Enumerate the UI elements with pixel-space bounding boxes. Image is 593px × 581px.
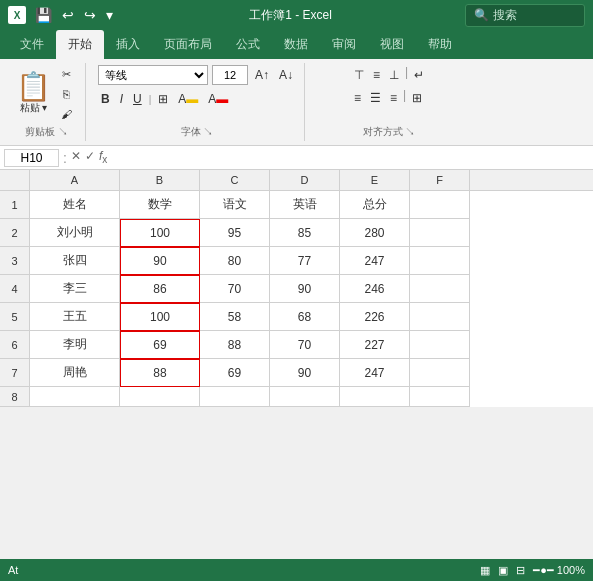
copy-button[interactable]: ⎘ xyxy=(55,85,77,103)
view-break-icon[interactable]: ⊟ xyxy=(516,564,525,577)
save-button[interactable]: 💾 xyxy=(32,7,55,23)
tab-file[interactable]: 文件 xyxy=(8,30,56,59)
italic-button[interactable]: I xyxy=(117,89,126,109)
merge-button[interactable]: ⊞ xyxy=(409,88,425,108)
cell-c7[interactable]: 69 xyxy=(200,359,270,387)
wrap-text-button[interactable]: ↵ xyxy=(411,65,427,85)
cell-c3[interactable]: 80 xyxy=(200,247,270,275)
cell-c8[interactable] xyxy=(200,387,270,407)
cell-b8[interactable] xyxy=(120,387,200,407)
cell-f3[interactable] xyxy=(410,247,470,275)
cell-b7[interactable]: 88 xyxy=(120,359,200,387)
align-bottom-button[interactable]: ⊥ xyxy=(386,65,402,85)
row-header-1[interactable]: 1 xyxy=(0,191,30,219)
cell-f7[interactable] xyxy=(410,359,470,387)
cell-b5[interactable]: 100 xyxy=(120,303,200,331)
tab-insert[interactable]: 插入 xyxy=(104,30,152,59)
cell-d5[interactable]: 68 xyxy=(270,303,340,331)
cell-e7[interactable]: 247 xyxy=(340,359,410,387)
font-size-input[interactable] xyxy=(212,65,248,85)
cell-a4[interactable]: 李三 xyxy=(30,275,120,303)
cell-e8[interactable] xyxy=(340,387,410,407)
view-normal-icon[interactable]: ▦ xyxy=(480,564,490,577)
tab-pagelayout[interactable]: 页面布局 xyxy=(152,30,224,59)
col-header-f[interactable]: F xyxy=(410,170,470,190)
fill-color-button[interactable]: A▬ xyxy=(175,89,201,109)
format-painter-button[interactable]: 🖌 xyxy=(55,105,77,123)
underline-button[interactable]: U xyxy=(130,89,145,109)
col-header-b[interactable]: B xyxy=(120,170,200,190)
cell-e2[interactable]: 280 xyxy=(340,219,410,247)
font-shrink-button[interactable]: A↓ xyxy=(276,65,296,85)
cell-b3[interactable]: 90 xyxy=(120,247,200,275)
cell-b6[interactable]: 69 xyxy=(120,331,200,359)
cell-f4[interactable] xyxy=(410,275,470,303)
cell-d4[interactable]: 90 xyxy=(270,275,340,303)
align-center-button[interactable]: ☰ xyxy=(367,88,384,108)
col-header-a[interactable]: A xyxy=(30,170,120,190)
view-layout-icon[interactable]: ▣ xyxy=(498,564,508,577)
tab-review[interactable]: 审阅 xyxy=(320,30,368,59)
font-name-select[interactable]: 等线 xyxy=(98,65,208,85)
tab-home[interactable]: 开始 xyxy=(56,30,104,59)
cell-d7[interactable]: 90 xyxy=(270,359,340,387)
row-header-7[interactable]: 7 xyxy=(0,359,30,387)
more-button[interactable]: ▾ xyxy=(103,7,116,23)
cell-a1[interactable]: 姓名 xyxy=(30,191,120,219)
insert-function-icon[interactable]: fx xyxy=(99,149,107,165)
row-header-2[interactable]: 2 xyxy=(0,219,30,247)
cell-e1[interactable]: 总分 xyxy=(340,191,410,219)
font-color-button[interactable]: A▬ xyxy=(205,89,231,109)
cell-d1[interactable]: 英语 xyxy=(270,191,340,219)
formula-input[interactable] xyxy=(111,151,589,165)
cell-c5[interactable]: 58 xyxy=(200,303,270,331)
cell-a5[interactable]: 王五 xyxy=(30,303,120,331)
font-grow-button[interactable]: A↑ xyxy=(252,65,272,85)
align-right-button[interactable]: ≡ xyxy=(387,88,400,108)
border-button[interactable]: ⊞ xyxy=(155,89,171,109)
cell-c6[interactable]: 88 xyxy=(200,331,270,359)
align-left-button[interactable]: ≡ xyxy=(351,88,364,108)
cell-b4[interactable]: 86 xyxy=(120,275,200,303)
cell-c2[interactable]: 95 xyxy=(200,219,270,247)
paste-button[interactable]: 📋 粘贴 ▾ xyxy=(16,73,51,115)
cut-button[interactable]: ✂ xyxy=(55,65,77,83)
cell-a8[interactable] xyxy=(30,387,120,407)
col-header-d[interactable]: D xyxy=(270,170,340,190)
zoom-slider[interactable]: ━●━ 100% xyxy=(533,564,585,577)
cell-reference-input[interactable] xyxy=(4,149,59,167)
bold-button[interactable]: B xyxy=(98,89,113,109)
cell-e6[interactable]: 227 xyxy=(340,331,410,359)
cell-c1[interactable]: 语文 xyxy=(200,191,270,219)
confirm-formula-icon[interactable]: ✓ xyxy=(85,149,95,165)
row-header-3[interactable]: 3 xyxy=(0,247,30,275)
cell-d2[interactable]: 85 xyxy=(270,219,340,247)
cell-a7[interactable]: 周艳 xyxy=(30,359,120,387)
cell-a6[interactable]: 李明 xyxy=(30,331,120,359)
col-header-c[interactable]: C xyxy=(200,170,270,190)
redo-button[interactable]: ↪ xyxy=(81,7,99,23)
tab-help[interactable]: 帮助 xyxy=(416,30,464,59)
cell-b2[interactable]: 100 xyxy=(120,219,200,247)
row-header-5[interactable]: 5 xyxy=(0,303,30,331)
cell-e3[interactable]: 247 xyxy=(340,247,410,275)
cell-a2[interactable]: 刘小明 xyxy=(30,219,120,247)
tab-formula[interactable]: 公式 xyxy=(224,30,272,59)
cancel-formula-icon[interactable]: ✕ xyxy=(71,149,81,165)
search-box[interactable]: 🔍 搜索 xyxy=(465,4,585,27)
tab-data[interactable]: 数据 xyxy=(272,30,320,59)
align-top-button[interactable]: ⊤ xyxy=(351,65,367,85)
col-header-e[interactable]: E xyxy=(340,170,410,190)
row-header-6[interactable]: 6 xyxy=(0,331,30,359)
cell-e4[interactable]: 246 xyxy=(340,275,410,303)
row-header-8[interactable]: 8 xyxy=(0,387,30,407)
cell-d8[interactable] xyxy=(270,387,340,407)
undo-button[interactable]: ↩ xyxy=(59,7,77,23)
cell-c4[interactable]: 70 xyxy=(200,275,270,303)
cell-f1[interactable] xyxy=(410,191,470,219)
cell-e5[interactable]: 226 xyxy=(340,303,410,331)
row-header-4[interactable]: 4 xyxy=(0,275,30,303)
cell-d6[interactable]: 70 xyxy=(270,331,340,359)
cell-f2[interactable] xyxy=(410,219,470,247)
cell-b1[interactable]: 数学 xyxy=(120,191,200,219)
